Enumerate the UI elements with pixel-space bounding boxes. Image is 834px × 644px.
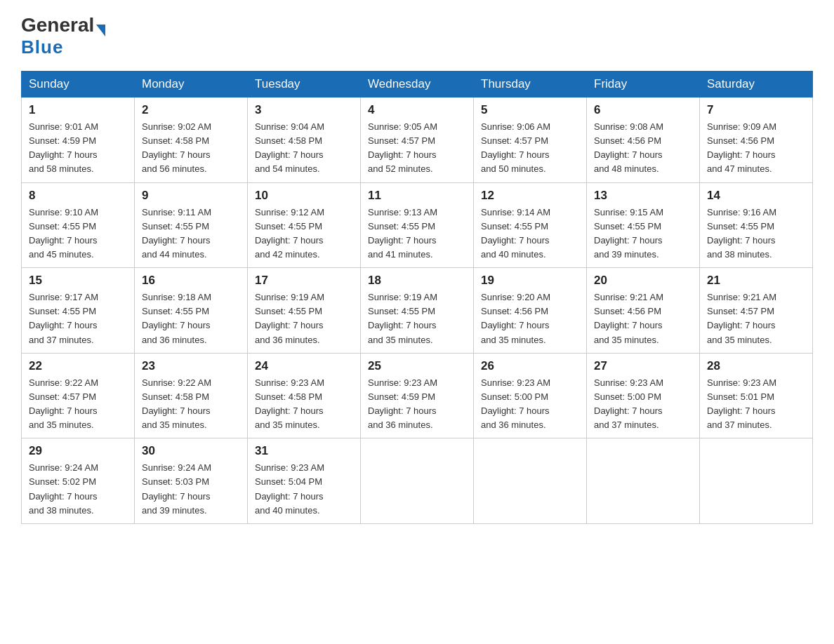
calendar-cell: 27 Sunrise: 9:23 AMSunset: 5:00 PMDaylig… — [587, 353, 700, 438]
day-info: Sunrise: 9:23 AMSunset: 5:00 PMDaylight:… — [481, 377, 550, 430]
day-info: Sunrise: 9:11 AMSunset: 4:55 PMDaylight:… — [142, 207, 211, 260]
day-number: 3 — [255, 103, 353, 117]
day-info: Sunrise: 9:05 AMSunset: 4:57 PMDaylight:… — [368, 121, 437, 174]
day-info: Sunrise: 9:14 AMSunset: 4:55 PMDaylight:… — [481, 207, 550, 260]
day-number: 10 — [255, 189, 353, 203]
calendar-table: SundayMondayTuesdayWednesdayThursdayFrid… — [21, 71, 813, 524]
day-info: Sunrise: 9:15 AMSunset: 4:55 PMDaylight:… — [594, 207, 663, 260]
calendar-cell: 1 Sunrise: 9:01 AMSunset: 4:59 PMDayligh… — [22, 98, 135, 183]
day-info: Sunrise: 9:13 AMSunset: 4:55 PMDaylight:… — [368, 207, 437, 260]
calendar-cell: 25 Sunrise: 9:23 AMSunset: 4:59 PMDaylig… — [361, 353, 474, 438]
day-number: 6 — [594, 103, 692, 117]
day-info: Sunrise: 9:22 AMSunset: 4:58 PMDaylight:… — [142, 377, 211, 430]
calendar-cell: 20 Sunrise: 9:21 AMSunset: 4:56 PMDaylig… — [587, 268, 700, 354]
calendar-cell: 8 Sunrise: 9:10 AMSunset: 4:55 PMDayligh… — [22, 182, 135, 268]
weekday-header-thursday: Thursday — [474, 72, 587, 98]
day-number: 14 — [707, 189, 805, 203]
day-info: Sunrise: 9:23 AMSunset: 5:01 PMDaylight:… — [707, 377, 776, 430]
day-info: Sunrise: 9:16 AMSunset: 4:55 PMDaylight:… — [707, 207, 776, 260]
calendar-cell: 30 Sunrise: 9:24 AMSunset: 5:03 PMDaylig… — [135, 438, 248, 524]
day-number: 9 — [142, 189, 240, 203]
weekday-header-monday: Monday — [135, 72, 248, 98]
calendar-cell: 22 Sunrise: 9:22 AMSunset: 4:57 PMDaylig… — [22, 353, 135, 438]
day-info: Sunrise: 9:10 AMSunset: 4:55 PMDaylight:… — [29, 207, 98, 260]
week-row-5: 29 Sunrise: 9:24 AMSunset: 5:02 PMDaylig… — [22, 438, 813, 524]
calendar-cell: 29 Sunrise: 9:24 AMSunset: 5:02 PMDaylig… — [22, 438, 135, 524]
logo-blue-text: Blue — [21, 36, 105, 58]
logo: General Blue — [21, 14, 105, 58]
calendar-cell: 26 Sunrise: 9:23 AMSunset: 5:00 PMDaylig… — [474, 353, 587, 438]
day-info: Sunrise: 9:18 AMSunset: 4:55 PMDaylight:… — [142, 292, 211, 344]
day-number: 4 — [368, 103, 466, 117]
week-row-1: 1 Sunrise: 9:01 AMSunset: 4:59 PMDayligh… — [22, 98, 813, 183]
day-info: Sunrise: 9:09 AMSunset: 4:56 PMDaylight:… — [707, 121, 776, 174]
week-row-4: 22 Sunrise: 9:22 AMSunset: 4:57 PMDaylig… — [22, 353, 813, 438]
calendar-cell: 4 Sunrise: 9:05 AMSunset: 4:57 PMDayligh… — [361, 98, 474, 183]
logo-arrow-icon — [96, 25, 105, 36]
calendar-cell: 28 Sunrise: 9:23 AMSunset: 5:01 PMDaylig… — [700, 353, 813, 438]
weekday-header-saturday: Saturday — [700, 72, 813, 98]
day-number: 12 — [481, 189, 579, 203]
day-info: Sunrise: 9:19 AMSunset: 4:55 PMDaylight:… — [255, 292, 324, 344]
day-number: 30 — [142, 444, 240, 458]
calendar-cell — [474, 438, 587, 524]
day-number: 26 — [481, 359, 579, 373]
logo-general-text: General — [21, 14, 94, 36]
day-info: Sunrise: 9:17 AMSunset: 4:55 PMDaylight:… — [29, 292, 98, 344]
calendar-cell — [700, 438, 813, 524]
calendar-cell: 24 Sunrise: 9:23 AMSunset: 4:58 PMDaylig… — [248, 353, 361, 438]
day-info: Sunrise: 9:23 AMSunset: 4:59 PMDaylight:… — [368, 377, 437, 430]
calendar-cell: 18 Sunrise: 9:19 AMSunset: 4:55 PMDaylig… — [361, 268, 474, 354]
day-info: Sunrise: 9:02 AMSunset: 4:58 PMDaylight:… — [142, 121, 211, 174]
weekday-header-tuesday: Tuesday — [248, 72, 361, 98]
week-row-3: 15 Sunrise: 9:17 AMSunset: 4:55 PMDaylig… — [22, 268, 813, 354]
weekday-header-sunday: Sunday — [22, 72, 135, 98]
day-number: 16 — [142, 274, 240, 288]
day-number: 25 — [368, 359, 466, 373]
calendar-cell: 12 Sunrise: 9:14 AMSunset: 4:55 PMDaylig… — [474, 182, 587, 268]
day-number: 29 — [29, 444, 127, 458]
page-header: General Blue — [21, 14, 813, 58]
day-number: 1 — [29, 103, 127, 117]
day-number: 11 — [368, 189, 466, 203]
day-info: Sunrise: 9:23 AMSunset: 5:00 PMDaylight:… — [594, 377, 663, 430]
calendar-cell: 7 Sunrise: 9:09 AMSunset: 4:56 PMDayligh… — [700, 98, 813, 183]
day-number: 18 — [368, 274, 466, 288]
calendar-cell: 5 Sunrise: 9:06 AMSunset: 4:57 PMDayligh… — [474, 98, 587, 183]
day-number: 2 — [142, 103, 240, 117]
day-info: Sunrise: 9:12 AMSunset: 4:55 PMDaylight:… — [255, 207, 324, 260]
calendar-cell — [587, 438, 700, 524]
day-info: Sunrise: 9:23 AMSunset: 4:58 PMDaylight:… — [255, 377, 324, 430]
calendar-cell: 19 Sunrise: 9:20 AMSunset: 4:56 PMDaylig… — [474, 268, 587, 354]
calendar-cell: 31 Sunrise: 9:23 AMSunset: 5:04 PMDaylig… — [248, 438, 361, 524]
day-info: Sunrise: 9:20 AMSunset: 4:56 PMDaylight:… — [481, 292, 550, 344]
day-number: 27 — [594, 359, 692, 373]
calendar-cell: 16 Sunrise: 9:18 AMSunset: 4:55 PMDaylig… — [135, 268, 248, 354]
calendar-cell: 13 Sunrise: 9:15 AMSunset: 4:55 PMDaylig… — [587, 182, 700, 268]
day-number: 15 — [29, 274, 127, 288]
day-info: Sunrise: 9:24 AMSunset: 5:03 PMDaylight:… — [142, 462, 211, 515]
calendar-cell: 2 Sunrise: 9:02 AMSunset: 4:58 PMDayligh… — [135, 98, 248, 183]
day-number: 13 — [594, 189, 692, 203]
day-number: 17 — [255, 274, 353, 288]
calendar-cell: 15 Sunrise: 9:17 AMSunset: 4:55 PMDaylig… — [22, 268, 135, 354]
week-row-2: 8 Sunrise: 9:10 AMSunset: 4:55 PMDayligh… — [22, 182, 813, 268]
day-info: Sunrise: 9:21 AMSunset: 4:57 PMDaylight:… — [707, 292, 776, 344]
calendar-cell: 3 Sunrise: 9:04 AMSunset: 4:58 PMDayligh… — [248, 98, 361, 183]
calendar-cell: 6 Sunrise: 9:08 AMSunset: 4:56 PMDayligh… — [587, 98, 700, 183]
day-number: 5 — [481, 103, 579, 117]
calendar-cell: 14 Sunrise: 9:16 AMSunset: 4:55 PMDaylig… — [700, 182, 813, 268]
day-number: 24 — [255, 359, 353, 373]
day-number: 19 — [481, 274, 579, 288]
calendar-cell — [361, 438, 474, 524]
day-info: Sunrise: 9:08 AMSunset: 4:56 PMDaylight:… — [594, 121, 663, 174]
weekday-header-wednesday: Wednesday — [361, 72, 474, 98]
day-info: Sunrise: 9:24 AMSunset: 5:02 PMDaylight:… — [29, 462, 98, 515]
day-number: 28 — [707, 359, 805, 373]
calendar-cell: 11 Sunrise: 9:13 AMSunset: 4:55 PMDaylig… — [361, 182, 474, 268]
calendar-cell: 10 Sunrise: 9:12 AMSunset: 4:55 PMDaylig… — [248, 182, 361, 268]
day-info: Sunrise: 9:06 AMSunset: 4:57 PMDaylight:… — [481, 121, 550, 174]
day-number: 23 — [142, 359, 240, 373]
day-info: Sunrise: 9:21 AMSunset: 4:56 PMDaylight:… — [594, 292, 663, 344]
day-number: 8 — [29, 189, 127, 203]
